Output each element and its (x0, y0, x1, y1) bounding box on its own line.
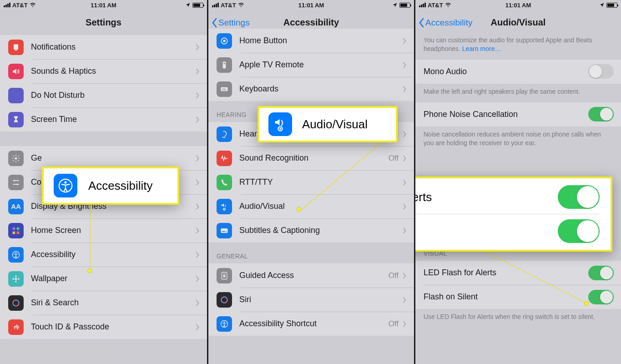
clock: 11:01 AM (415, 2, 621, 9)
settings-row-phone-noise-cancellation: Phone Noise Cancellation (415, 102, 621, 126)
settings-row-siri-search[interactable]: Siri & Search (0, 291, 207, 315)
nav-bar: Settings (0, 10, 207, 35)
finger-icon (8, 319, 24, 335)
svg-point-20 (64, 181, 66, 183)
settings-row-screen-time[interactable]: Screen Time (0, 107, 207, 131)
svg-rect-8 (17, 231, 20, 234)
settings-row-accessibility-shortcut[interactable]: Accessibility ShortcutOff (208, 312, 414, 336)
svg-point-14 (12, 278, 14, 280)
row-label: Siri (239, 295, 402, 304)
screen-settings: AT&T 11:01 AM Settings Notifications Sou… (0, 0, 207, 364)
svg-rect-1 (15, 50, 17, 51)
toggle-led-flash-for-alerts[interactable] (588, 266, 614, 280)
av-icon (217, 199, 232, 214)
hourglass-icon (8, 112, 24, 127)
callout-accessibility: Accessibility (42, 167, 179, 205)
settings-row-accessibility[interactable]: Accessibility (0, 243, 207, 267)
toggle-flash-on-silent[interactable] (588, 290, 614, 304)
settings-row-siri[interactable]: Siri (208, 288, 414, 312)
svg-rect-36 (223, 275, 226, 277)
row-detail: Off (389, 154, 399, 163)
svg-point-10 (15, 252, 17, 253)
bell-icon (8, 40, 24, 55)
settings-row-subtitles-captioning[interactable]: Subtitles & Captioning (208, 218, 414, 243)
flash-silent-toggle[interactable] (558, 219, 600, 243)
status-bar: AT&T 11:01 AM (208, 0, 414, 10)
battery-icon (399, 3, 410, 8)
settings-row-home-button[interactable]: Home Button (208, 29, 414, 53)
led-flash-toggle[interactable] (558, 185, 600, 209)
row-label: LED Flash for Alerts (424, 268, 588, 278)
toggle-mono-audio[interactable] (588, 64, 614, 79)
gear-icon (8, 151, 24, 166)
row-label: Do Not Disturb (31, 91, 195, 100)
ear-icon (217, 126, 232, 142)
settings-row-rtt-tty[interactable]: RTT/TTY (208, 170, 414, 194)
settings-row-sound-recognition[interactable]: Sound RecognitionOff (208, 146, 414, 170)
svg-point-40 (224, 321, 225, 323)
back-label: Settings (218, 18, 250, 28)
phone-icon (217, 175, 232, 190)
settings-row-notifications[interactable]: Notifications (0, 35, 207, 59)
clock: 11:01 AM (208, 2, 414, 9)
row-label: Phone Noise Cancellation (424, 110, 588, 119)
remote-icon (217, 57, 232, 73)
callout-audio-visual: Audio/Visual (257, 106, 398, 142)
access-icon (8, 247, 24, 263)
row-detail: Off (389, 319, 399, 329)
row-label: RTT/TTY (239, 177, 402, 187)
svg-rect-5 (13, 227, 15, 230)
row-label: Siri & Search (31, 298, 195, 308)
svg-rect-28 (225, 88, 226, 89)
svg-rect-6 (17, 227, 20, 230)
settings-row-wallpaper[interactable]: Wallpaper (0, 267, 207, 291)
row-label: Home Screen (31, 226, 195, 235)
svg-rect-23 (223, 61, 226, 68)
speaker-icon (8, 64, 24, 79)
back-label: Accessibility (425, 18, 472, 28)
mono-note: Make the left and right speakers play th… (415, 84, 621, 102)
back-button[interactable]: Settings (211, 18, 250, 28)
callout-led-flash: LED Flash for Alerts Flash on Silent (414, 177, 612, 252)
svg-rect-32 (221, 228, 228, 233)
headphone-note: You can customize the audio for supporte… (415, 35, 621, 60)
row-label: Home Button (239, 36, 402, 46)
row-label: Screen Time (31, 115, 195, 124)
row-label: Touch ID & Passcode (31, 322, 195, 332)
access-icon (217, 316, 232, 332)
battery-icon (192, 3, 203, 8)
section-header-general: GENERAL (208, 243, 414, 263)
settings-row-audio-visual[interactable]: Audio/Visual (208, 194, 414, 218)
battery-icon (606, 3, 617, 8)
settings-row-apple-tv-remote[interactable]: Apple TV Remote (208, 53, 414, 77)
svg-point-12 (15, 275, 17, 277)
callout-label: Accessibility (88, 179, 153, 193)
lock-icon (217, 268, 232, 283)
row-label: Accessibility Shortcut (239, 319, 389, 329)
wave-icon (217, 151, 232, 166)
sliders-icon (8, 175, 24, 190)
settings-row-flash-on-silent: Flash on Silent (415, 285, 621, 309)
row-label: Notifications (31, 42, 195, 52)
settings-row-home-screen[interactable]: Home Screen (0, 218, 207, 243)
home-icon (217, 33, 232, 49)
page-title: Accessibility (283, 17, 339, 28)
siri-icon (8, 295, 24, 311)
back-button[interactable]: Accessibility (418, 18, 472, 28)
row-label: Sounds & Haptics (31, 66, 195, 76)
accessibility-icon (54, 174, 77, 197)
settings-row-sounds-haptics[interactable]: Sounds & Haptics (0, 59, 207, 83)
settings-row-guided-access[interactable]: Guided AccessOff (208, 263, 414, 288)
svg-rect-33 (222, 231, 225, 232)
row-detail: Off (389, 271, 399, 280)
settings-row-touch-id-passcode[interactable]: Touch ID & Passcode (0, 315, 207, 339)
settings-row-keyboards[interactable]: Keyboards (208, 77, 414, 101)
learn-more-link[interactable]: Learn more… (462, 45, 501, 52)
svg-point-31 (224, 208, 225, 209)
row-label: Accessibility (31, 250, 195, 259)
status-bar: AT&T 11:01 AM (415, 0, 621, 10)
status-bar: AT&T 11:01 AM (0, 0, 207, 10)
settings-row-do-not-disturb[interactable]: Do Not Disturb (0, 83, 207, 107)
toggle-phone-noise-cancellation[interactable] (588, 107, 614, 121)
svg-rect-22 (223, 40, 226, 42)
